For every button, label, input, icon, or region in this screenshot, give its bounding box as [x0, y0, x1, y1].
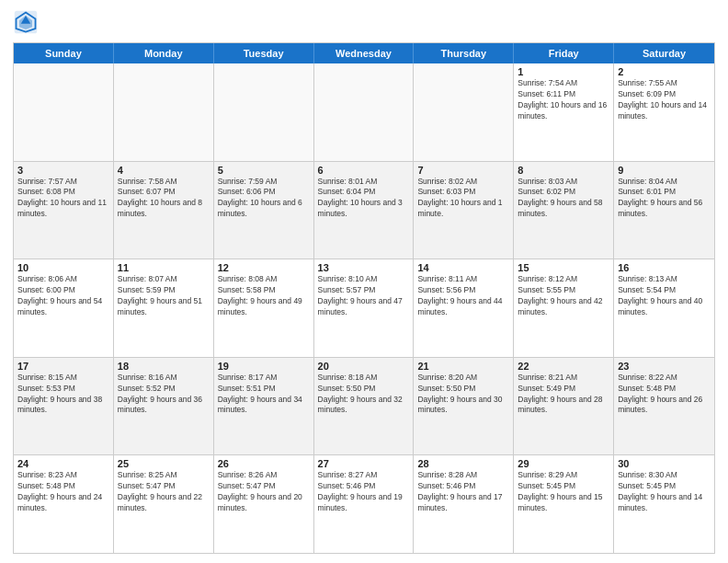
- day-cell-10: 10Sunrise: 8:06 AMSunset: 6:00 PMDayligh…: [14, 259, 114, 357]
- empty-cell: [114, 63, 214, 161]
- empty-cell: [14, 63, 114, 161]
- day-info: Sunrise: 7:58 AMSunset: 6:07 PMDaylight:…: [118, 177, 210, 221]
- day-cell-3: 3Sunrise: 7:57 AMSunset: 6:08 PMDaylight…: [14, 162, 114, 259]
- day-number: 7: [417, 165, 509, 176]
- day-info: Sunrise: 7:55 AMSunset: 6:09 PMDaylight:…: [618, 78, 711, 122]
- day-cell-6: 6Sunrise: 8:01 AMSunset: 6:04 PMDaylight…: [314, 162, 415, 259]
- day-number: 2: [618, 66, 711, 77]
- header-day-monday: Monday: [114, 43, 214, 63]
- day-cell-11: 11Sunrise: 8:07 AMSunset: 5:59 PMDayligh…: [114, 259, 214, 357]
- day-number: 24: [17, 458, 109, 469]
- day-info: Sunrise: 8:27 AMSunset: 5:46 PMDaylight:…: [318, 470, 410, 514]
- day-info: Sunrise: 8:18 AMSunset: 5:50 PMDaylight:…: [318, 373, 410, 417]
- day-cell-30: 30Sunrise: 8:30 AMSunset: 5:45 PMDayligh…: [614, 455, 714, 553]
- day-number: 10: [17, 262, 109, 273]
- day-number: 1: [518, 66, 609, 77]
- day-info: Sunrise: 8:02 AMSunset: 6:03 PMDaylight:…: [417, 177, 509, 221]
- day-number: 4: [118, 165, 210, 176]
- day-info: Sunrise: 8:16 AMSunset: 5:52 PMDaylight:…: [118, 373, 210, 417]
- day-cell-21: 21Sunrise: 8:20 AMSunset: 5:50 PMDayligh…: [414, 358, 514, 455]
- day-number: 9: [618, 165, 711, 176]
- day-info: Sunrise: 8:04 AMSunset: 6:01 PMDaylight:…: [618, 177, 711, 221]
- day-cell-4: 4Sunrise: 7:58 AMSunset: 6:07 PMDaylight…: [114, 162, 214, 259]
- day-number: 5: [218, 165, 310, 176]
- day-cell-23: 23Sunrise: 8:22 AMSunset: 5:48 PMDayligh…: [614, 358, 714, 455]
- day-cell-2: 2Sunrise: 7:55 AMSunset: 6:09 PMDaylight…: [614, 63, 714, 161]
- day-info: Sunrise: 8:23 AMSunset: 5:48 PMDaylight:…: [17, 470, 109, 514]
- day-cell-18: 18Sunrise: 8:16 AMSunset: 5:52 PMDayligh…: [114, 358, 214, 455]
- calendar-row-1: 1Sunrise: 7:54 AMSunset: 6:11 PMDaylight…: [14, 63, 714, 162]
- day-cell-26: 26Sunrise: 8:26 AMSunset: 5:47 PMDayligh…: [214, 455, 314, 553]
- day-cell-1: 1Sunrise: 7:54 AMSunset: 6:11 PMDaylight…: [514, 63, 614, 161]
- day-number: 27: [318, 458, 410, 469]
- day-info: Sunrise: 8:13 AMSunset: 5:54 PMDaylight:…: [618, 274, 711, 318]
- day-number: 15: [518, 262, 609, 273]
- day-cell-20: 20Sunrise: 8:18 AMSunset: 5:50 PMDayligh…: [314, 358, 415, 455]
- day-number: 22: [518, 361, 609, 372]
- calendar-header: SundayMondayTuesdayWednesdayThursdayFrid…: [14, 43, 714, 63]
- day-number: 14: [417, 262, 509, 273]
- calendar-row-5: 24Sunrise: 8:23 AMSunset: 5:48 PMDayligh…: [14, 455, 714, 553]
- page: SundayMondayTuesdayWednesdayThursdayFrid…: [0, 0, 728, 563]
- day-number: 29: [518, 458, 609, 469]
- day-cell-8: 8Sunrise: 8:03 AMSunset: 6:02 PMDaylight…: [514, 162, 614, 259]
- day-cell-7: 7Sunrise: 8:02 AMSunset: 6:03 PMDaylight…: [414, 162, 514, 259]
- day-info: Sunrise: 7:54 AMSunset: 6:11 PMDaylight:…: [518, 78, 609, 122]
- day-info: Sunrise: 8:29 AMSunset: 5:45 PMDaylight:…: [518, 470, 609, 514]
- day-number: 28: [417, 458, 509, 469]
- day-info: Sunrise: 8:06 AMSunset: 6:00 PMDaylight:…: [17, 274, 109, 318]
- day-info: Sunrise: 8:07 AMSunset: 5:59 PMDaylight:…: [118, 274, 210, 318]
- day-cell-27: 27Sunrise: 8:27 AMSunset: 5:46 PMDayligh…: [314, 455, 415, 553]
- calendar: SundayMondayTuesdayWednesdayThursdayFrid…: [13, 42, 715, 554]
- day-number: 13: [318, 262, 410, 273]
- day-number: 19: [218, 361, 310, 372]
- day-cell-22: 22Sunrise: 8:21 AMSunset: 5:49 PMDayligh…: [514, 358, 614, 455]
- day-cell-24: 24Sunrise: 8:23 AMSunset: 5:48 PMDayligh…: [14, 455, 114, 553]
- day-number: 6: [318, 165, 410, 176]
- day-number: 20: [318, 361, 410, 372]
- day-cell-16: 16Sunrise: 8:13 AMSunset: 5:54 PMDayligh…: [614, 259, 714, 357]
- day-info: Sunrise: 8:20 AMSunset: 5:50 PMDaylight:…: [417, 373, 509, 417]
- day-info: Sunrise: 8:26 AMSunset: 5:47 PMDaylight:…: [218, 470, 310, 514]
- day-cell-15: 15Sunrise: 8:12 AMSunset: 5:55 PMDayligh…: [514, 259, 614, 357]
- calendar-row-2: 3Sunrise: 7:57 AMSunset: 6:08 PMDaylight…: [14, 162, 714, 260]
- calendar-body: 1Sunrise: 7:54 AMSunset: 6:11 PMDaylight…: [14, 63, 714, 553]
- day-info: Sunrise: 8:12 AMSunset: 5:55 PMDaylight:…: [518, 274, 609, 318]
- header: [13, 9, 715, 35]
- header-day-sunday: Sunday: [14, 43, 114, 63]
- day-cell-19: 19Sunrise: 8:17 AMSunset: 5:51 PMDayligh…: [214, 358, 314, 455]
- logo-icon: [13, 9, 39, 35]
- day-cell-28: 28Sunrise: 8:28 AMSunset: 5:46 PMDayligh…: [414, 455, 514, 553]
- day-number: 30: [618, 458, 711, 469]
- day-cell-5: 5Sunrise: 7:59 AMSunset: 6:06 PMDaylight…: [214, 162, 314, 259]
- day-info: Sunrise: 8:30 AMSunset: 5:45 PMDaylight:…: [618, 470, 711, 514]
- logo: [13, 9, 42, 35]
- header-day-friday: Friday: [514, 43, 614, 63]
- day-number: 3: [17, 165, 109, 176]
- day-number: 23: [618, 361, 711, 372]
- day-info: Sunrise: 8:15 AMSunset: 5:53 PMDaylight:…: [17, 373, 109, 417]
- day-info: Sunrise: 8:10 AMSunset: 5:57 PMDaylight:…: [318, 274, 410, 318]
- day-cell-9: 9Sunrise: 8:04 AMSunset: 6:01 PMDaylight…: [614, 162, 714, 259]
- header-day-tuesday: Tuesday: [214, 43, 314, 63]
- header-day-thursday: Thursday: [414, 43, 514, 63]
- day-info: Sunrise: 8:03 AMSunset: 6:02 PMDaylight:…: [518, 177, 609, 221]
- day-cell-13: 13Sunrise: 8:10 AMSunset: 5:57 PMDayligh…: [314, 259, 415, 357]
- day-number: 26: [218, 458, 310, 469]
- day-info: Sunrise: 8:28 AMSunset: 5:46 PMDaylight:…: [417, 470, 509, 514]
- day-number: 11: [118, 262, 210, 273]
- day-cell-17: 17Sunrise: 8:15 AMSunset: 5:53 PMDayligh…: [14, 358, 114, 455]
- day-info: Sunrise: 7:57 AMSunset: 6:08 PMDaylight:…: [17, 177, 109, 221]
- header-day-wednesday: Wednesday: [314, 43, 415, 63]
- day-number: 16: [618, 262, 711, 273]
- day-info: Sunrise: 8:01 AMSunset: 6:04 PMDaylight:…: [318, 177, 410, 221]
- day-cell-29: 29Sunrise: 8:29 AMSunset: 5:45 PMDayligh…: [514, 455, 614, 553]
- day-number: 17: [17, 361, 109, 372]
- day-info: Sunrise: 8:08 AMSunset: 5:58 PMDaylight:…: [218, 274, 310, 318]
- day-info: Sunrise: 8:25 AMSunset: 5:47 PMDaylight:…: [118, 470, 210, 514]
- empty-cell: [214, 63, 314, 161]
- day-info: Sunrise: 8:17 AMSunset: 5:51 PMDaylight:…: [218, 373, 310, 417]
- day-number: 18: [118, 361, 210, 372]
- day-info: Sunrise: 7:59 AMSunset: 6:06 PMDaylight:…: [218, 177, 310, 221]
- day-info: Sunrise: 8:11 AMSunset: 5:56 PMDaylight:…: [417, 274, 509, 318]
